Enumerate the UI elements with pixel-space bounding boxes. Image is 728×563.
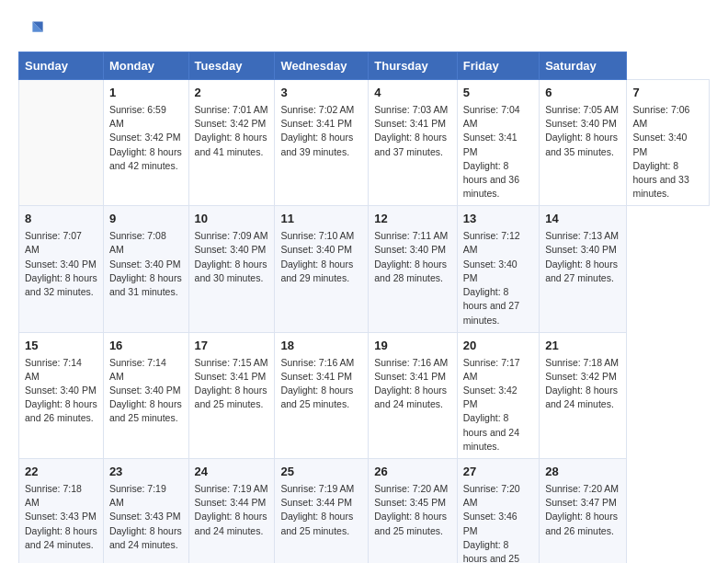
sunset: Sunset: 3:45 PM bbox=[374, 497, 446, 508]
day-number: 21 bbox=[545, 338, 620, 355]
daylight: Daylight: 8 hours and 24 minutes. bbox=[374, 385, 447, 409]
daylight: Daylight: 8 hours and 31 minutes. bbox=[109, 272, 182, 297]
day-number: 16 bbox=[109, 338, 183, 355]
header-cell-monday: Monday bbox=[103, 52, 188, 80]
day-number: 11 bbox=[280, 211, 362, 228]
day-cell: 7Sunrise: 7:06 AMSunset: 3:40 PMDaylight… bbox=[627, 80, 710, 206]
sunrise: Sunrise: 7:17 AM bbox=[463, 357, 520, 382]
day-cell: 3Sunrise: 7:02 AMSunset: 3:41 PMDaylight… bbox=[275, 80, 369, 206]
day-number: 3 bbox=[280, 85, 362, 102]
sunset: Sunset: 3:40 PM bbox=[545, 118, 617, 129]
daylight: Daylight: 8 hours and 26 minutes. bbox=[25, 398, 97, 423]
week-row-2: 8Sunrise: 7:07 AMSunset: 3:40 PMDaylight… bbox=[19, 206, 710, 332]
sunset: Sunset: 3:41 PM bbox=[374, 371, 446, 382]
sunset: Sunset: 3:46 PM bbox=[463, 511, 518, 535]
daylight: Daylight: 8 hours and 33 minutes. bbox=[632, 160, 688, 199]
sunrise: Sunrise: 7:16 AM bbox=[280, 357, 354, 368]
sunset: Sunset: 3:40 PM bbox=[463, 259, 518, 283]
day-number: 1 bbox=[109, 85, 183, 102]
sunset: Sunset: 3:47 PM bbox=[545, 497, 617, 508]
day-number: 2 bbox=[195, 85, 269, 102]
logo-icon bbox=[18, 17, 44, 42]
day-cell: 13Sunrise: 7:12 AMSunset: 3:40 PMDayligh… bbox=[457, 206, 539, 332]
page: SundayMondayTuesdayWednesdayThursdayFrid… bbox=[0, 0, 728, 563]
day-cell: 19Sunrise: 7:16 AMSunset: 3:41 PMDayligh… bbox=[369, 332, 457, 458]
daylight: Daylight: 8 hours and 25 minutes. bbox=[109, 398, 182, 423]
day-number: 12 bbox=[374, 211, 450, 228]
day-number: 6 bbox=[545, 85, 620, 102]
sunset: Sunset: 3:41 PM bbox=[374, 118, 446, 129]
sunrise: Sunrise: 7:06 AM bbox=[632, 104, 689, 129]
sunset: Sunset: 3:40 PM bbox=[374, 244, 446, 255]
calendar-header-row: SundayMondayTuesdayWednesdayThursdayFrid… bbox=[19, 52, 710, 80]
sunrise: Sunrise: 7:03 AM bbox=[374, 104, 448, 115]
daylight: Daylight: 8 hours and 27 minutes. bbox=[545, 259, 618, 283]
day-cell: 2Sunrise: 7:01 AMSunset: 3:42 PMDaylight… bbox=[188, 80, 275, 206]
sunrise: Sunrise: 7:20 AM bbox=[374, 483, 448, 494]
sunrise: Sunrise: 7:09 AM bbox=[195, 230, 268, 241]
sunset: Sunset: 3:40 PM bbox=[109, 385, 181, 396]
sunrise: Sunrise: 7:18 AM bbox=[545, 357, 619, 368]
day-number: 10 bbox=[195, 211, 269, 228]
header-cell-wednesday: Wednesday bbox=[275, 52, 369, 80]
day-cell: 14Sunrise: 7:13 AMSunset: 3:40 PMDayligh… bbox=[540, 206, 627, 332]
sunrise: Sunrise: 7:12 AM bbox=[463, 230, 520, 255]
calendar-table: SundayMondayTuesdayWednesdayThursdayFrid… bbox=[18, 52, 710, 563]
daylight: Daylight: 8 hours and 25 minutes. bbox=[280, 385, 353, 409]
sunset: Sunset: 3:43 PM bbox=[25, 511, 97, 522]
sunset: Sunset: 3:42 PM bbox=[195, 118, 267, 129]
day-cell: 21Sunrise: 7:18 AMSunset: 3:42 PMDayligh… bbox=[540, 332, 627, 458]
daylight: Daylight: 8 hours and 27 minutes. bbox=[463, 286, 519, 325]
daylight: Daylight: 8 hours and 24 minutes. bbox=[545, 385, 618, 409]
day-cell: 22Sunrise: 7:18 AMSunset: 3:43 PMDayligh… bbox=[19, 459, 104, 563]
daylight: Daylight: 8 hours and 25 minutes. bbox=[374, 511, 447, 535]
day-cell: 27Sunrise: 7:20 AMSunset: 3:46 PMDayligh… bbox=[457, 459, 539, 563]
daylight: Daylight: 8 hours and 32 minutes. bbox=[25, 272, 97, 297]
day-number: 18 bbox=[280, 338, 362, 355]
day-number: 25 bbox=[280, 464, 362, 481]
sunrise: Sunrise: 7:01 AM bbox=[195, 104, 268, 115]
sunrise: Sunrise: 7:10 AM bbox=[280, 230, 354, 241]
sunrise: Sunrise: 7:19 AM bbox=[195, 483, 268, 494]
sunset: Sunset: 3:41 PM bbox=[280, 371, 352, 382]
day-number: 15 bbox=[25, 338, 97, 355]
day-cell: 6Sunrise: 7:05 AMSunset: 3:40 PMDaylight… bbox=[540, 80, 627, 206]
day-cell: 26Sunrise: 7:20 AMSunset: 3:45 PMDayligh… bbox=[369, 459, 457, 563]
sunset: Sunset: 3:41 PM bbox=[280, 118, 352, 129]
sunrise: Sunrise: 7:14 AM bbox=[109, 357, 166, 382]
sunrise: Sunrise: 7:16 AM bbox=[374, 357, 448, 368]
daylight: Daylight: 8 hours and 29 minutes. bbox=[280, 259, 353, 283]
day-number: 17 bbox=[195, 338, 269, 355]
day-number: 4 bbox=[374, 85, 450, 102]
header-cell-tuesday: Tuesday bbox=[188, 52, 275, 80]
sunset: Sunset: 3:44 PM bbox=[280, 497, 352, 508]
sunset: Sunset: 3:40 PM bbox=[632, 132, 687, 156]
day-number: 7 bbox=[632, 85, 703, 102]
day-cell: 1Sunrise: 6:59 AMSunset: 3:42 PMDaylight… bbox=[103, 80, 188, 206]
sunset: Sunset: 3:40 PM bbox=[280, 244, 352, 255]
sunrise: Sunrise: 7:07 AM bbox=[25, 230, 82, 255]
day-cell: 28Sunrise: 7:20 AMSunset: 3:47 PMDayligh… bbox=[540, 459, 627, 563]
day-number: 14 bbox=[545, 211, 620, 228]
day-cell: 12Sunrise: 7:11 AMSunset: 3:40 PMDayligh… bbox=[369, 206, 457, 332]
sunset: Sunset: 3:41 PM bbox=[463, 132, 518, 156]
day-number: 27 bbox=[463, 464, 533, 481]
day-number: 9 bbox=[109, 211, 183, 228]
day-number: 28 bbox=[545, 464, 620, 481]
sunrise: Sunrise: 7:20 AM bbox=[463, 483, 520, 508]
sunset: Sunset: 3:42 PM bbox=[109, 132, 181, 143]
daylight: Daylight: 8 hours and 30 minutes. bbox=[195, 259, 267, 283]
header-cell-thursday: Thursday bbox=[369, 52, 457, 80]
sunset: Sunset: 3:42 PM bbox=[545, 371, 617, 382]
day-number: 22 bbox=[25, 464, 97, 481]
sunset: Sunset: 3:41 PM bbox=[195, 371, 267, 382]
sunset: Sunset: 3:40 PM bbox=[195, 244, 267, 255]
daylight: Daylight: 8 hours and 24 minutes. bbox=[195, 511, 267, 535]
day-number: 8 bbox=[25, 211, 97, 228]
sunrise: Sunrise: 7:19 AM bbox=[280, 483, 354, 494]
daylight: Daylight: 8 hours and 41 minutes. bbox=[195, 132, 267, 156]
logo bbox=[18, 17, 48, 42]
day-number: 24 bbox=[195, 464, 269, 481]
daylight: Daylight: 8 hours and 37 minutes. bbox=[374, 132, 447, 156]
daylight: Daylight: 8 hours and 25 minutes. bbox=[463, 539, 519, 563]
